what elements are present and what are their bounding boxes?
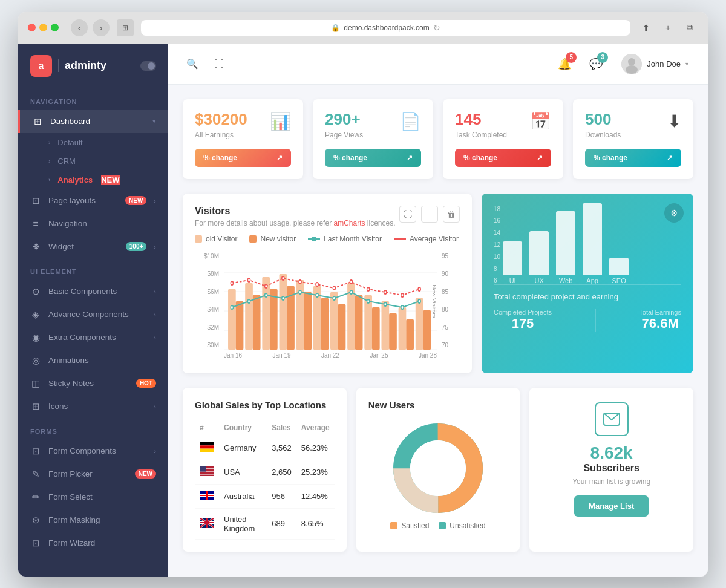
earnings-label: All Earnings xyxy=(195,131,247,139)
logo-toggle[interactable] xyxy=(140,61,156,71)
chart-expand-btn[interactable]: ⛶ xyxy=(399,206,416,223)
legend-old-visitor: old Visitor xyxy=(195,235,237,243)
stat-card-earnings: $30200 All Earnings 📊 % change ↗ xyxy=(183,99,303,179)
sidebar-item-icons[interactable]: ⊞ Icons › xyxy=(18,395,168,418)
main-content: 🔍 ⛶ 🔔 5 💬 3 xyxy=(168,44,708,577)
sidebar-item-dashboard[interactable]: ⊞ Dashboard ▾ xyxy=(18,110,168,133)
widget-icon: ❖ xyxy=(30,241,41,252)
svg-rect-9 xyxy=(228,289,236,350)
notifications-chat-button[interactable]: 💬 3 xyxy=(585,53,607,75)
svg-rect-68 xyxy=(200,475,214,475)
svg-rect-10 xyxy=(245,283,253,350)
earnings-change-btn[interactable]: % change ↗ xyxy=(195,149,291,167)
new-users-title: New Users xyxy=(368,400,508,410)
forward-button[interactable]: › xyxy=(93,19,110,36)
sidebar-item-form-components[interactable]: ⊡ Form Components › xyxy=(18,440,168,463)
form-masking-icon: ⊛ xyxy=(30,515,41,526)
basic-components-icon: ⊙ xyxy=(30,286,41,297)
sidebar-item-basic-components[interactable]: ⊙ Basic Components › xyxy=(18,280,168,303)
pageviews-value: 290+ xyxy=(325,111,363,127)
green-card-info: Total completed project and earning Comp… xyxy=(494,284,681,332)
sidebar-toggle-button[interactable]: ⊞ xyxy=(117,19,134,36)
downloads-change-btn[interactable]: % change ↗ xyxy=(585,149,681,167)
y-axis-right: 95 90 85 80 75 70 xyxy=(442,253,460,361)
notifications-bell-button[interactable]: 🔔 5 xyxy=(554,53,575,75)
bar-seo: SEO xyxy=(609,258,629,284)
col-sales: Sales xyxy=(267,420,296,436)
sidebar-item-advance-components[interactable]: ◈ Advance Components › xyxy=(18,303,168,326)
sidebar-item-form-masking[interactable]: ⊛ Form Masking xyxy=(18,509,168,532)
downloads-label: Downloads xyxy=(585,131,621,139)
widget-badge: 100+ xyxy=(126,242,147,251)
sidebar-item-form-picker[interactable]: ✎ Form Picker NEW xyxy=(18,463,168,486)
user-dropdown-arrow: ▾ xyxy=(685,60,688,67)
sidebar-item-animations[interactable]: ◎ Animations xyxy=(18,349,168,372)
section-navigation-title: Navigation xyxy=(18,88,168,110)
x-axis: Jan 16 Jan 19 Jan 22 Jan 25 Jan 28 xyxy=(224,350,437,361)
svg-rect-21 xyxy=(236,301,244,350)
svg-point-55 xyxy=(401,293,404,297)
legend-unsatisfied: Unsatisfied xyxy=(439,521,485,530)
sidebar-item-form-select[interactable]: ✏ Form Select xyxy=(18,486,168,509)
back-button[interactable]: ‹ xyxy=(71,19,88,36)
green-card-y-labels: 18 16 14 12 10 8 6 xyxy=(494,206,681,284)
search-button[interactable]: 🔍 xyxy=(183,54,202,74)
user-name: John Doe xyxy=(647,59,681,68)
svg-point-35 xyxy=(265,293,267,297)
page-layouts-badge: NEW xyxy=(125,196,146,205)
svg-rect-12 xyxy=(280,274,287,350)
tasks-value: 145 xyxy=(455,111,507,127)
sidebar-sub-crm[interactable]: › CRM xyxy=(18,152,168,171)
svg-rect-30 xyxy=(389,313,397,350)
svg-rect-18 xyxy=(381,301,389,350)
svg-point-43 xyxy=(401,305,404,309)
sidebar-item-navigation[interactable]: ≡ Navigation xyxy=(18,212,168,235)
subscribers-icon xyxy=(595,402,629,436)
legend-new-visitor: New visitor xyxy=(249,235,296,243)
new-tab-button[interactable]: + xyxy=(659,19,676,36)
address-bar[interactable]: 🔒 demo.dashboardpack.com ↻ xyxy=(141,20,630,36)
svg-point-41 xyxy=(367,299,370,303)
green-card-settings-btn[interactable]: ⚙ xyxy=(664,203,684,223)
svg-point-53 xyxy=(367,287,370,291)
manage-list-button[interactable]: Manage List xyxy=(574,495,649,517)
sidebar-item-extra-components[interactable]: ◉ Extra Components › xyxy=(18,326,168,349)
user-profile[interactable]: John Doe ▾ xyxy=(616,51,693,77)
bar-ui: UI xyxy=(503,241,522,284)
chart-close-btn[interactable]: 🗑 xyxy=(443,206,460,223)
sidebar-item-sticky-notes[interactable]: ◫ Sticky Notes HOT xyxy=(18,372,168,395)
sticky-notes-badge: HOT xyxy=(136,379,156,388)
sidebar-sub-analytics[interactable]: › Analytics NEW xyxy=(18,171,168,189)
analytics-badge: NEW xyxy=(101,175,119,185)
legend-average-visitor: Average Visitor xyxy=(394,235,459,243)
subscribers-card: 8.62k Subscribers Your main list is grow… xyxy=(529,388,693,552)
new-window-button[interactable]: ⧉ xyxy=(681,19,698,36)
share-button[interactable]: ⬆ xyxy=(638,19,655,36)
section-forms-title: Forms xyxy=(18,418,168,440)
svg-point-56 xyxy=(418,287,420,291)
sidebar-item-page-layouts[interactable]: ⊡ Page layouts NEW › xyxy=(18,189,168,212)
downloads-value: 500 xyxy=(585,111,621,127)
y-axis-left: $10M $8M $6M $4M $2M $0M xyxy=(195,253,219,361)
col-country: Country xyxy=(219,420,267,436)
sidebar-item-form-wizard[interactable]: ⊡ Form Wizard xyxy=(18,532,168,555)
bar-app: App xyxy=(583,203,602,284)
svg-point-46 xyxy=(247,278,250,282)
svg-rect-32 xyxy=(423,310,431,350)
user-avatar xyxy=(621,54,642,74)
sidebar-item-label: Dashboard xyxy=(50,117,145,126)
dashboard-content: $30200 All Earnings 📊 % change ↗ xyxy=(168,85,708,577)
sidebar-item-widget[interactable]: ❖ Widget 100+ › xyxy=(18,235,168,258)
svg-point-38 xyxy=(316,293,318,297)
amcharts-link[interactable]: amCharts xyxy=(333,219,365,227)
pageviews-change-btn[interactable]: % change ↗ xyxy=(325,149,421,167)
expand-button[interactable]: ⛶ xyxy=(209,54,229,74)
tasks-change-btn[interactable]: % change ↗ xyxy=(455,149,551,167)
svg-text:New Visitors: New Visitors xyxy=(431,284,436,318)
sidebar-sub-default[interactable]: › Default xyxy=(18,133,168,152)
middle-row: Visitors For more details about usage, p… xyxy=(183,194,693,373)
topbar-left: 🔍 ⛶ xyxy=(183,54,229,74)
navigation-icon: ≡ xyxy=(30,218,41,229)
chart-minimize-btn[interactable]: — xyxy=(421,206,438,223)
svg-rect-25 xyxy=(304,292,312,350)
